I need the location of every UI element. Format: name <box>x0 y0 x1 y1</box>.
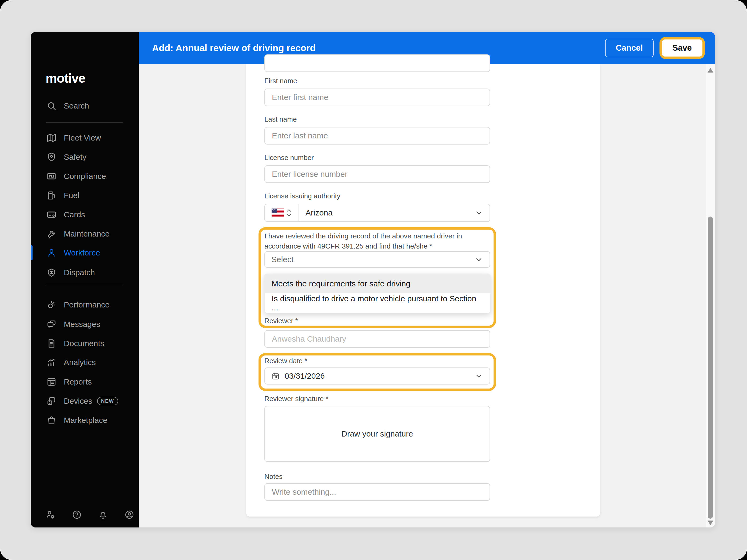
up-down-chevrons-icon <box>286 208 292 218</box>
device-icon <box>46 396 57 406</box>
search-icon <box>46 101 57 111</box>
review-date-picker[interactable]: 03/31/2026 <box>264 368 490 384</box>
user-gear-icon[interactable] <box>45 509 56 520</box>
page-title: Add: Annual review of driving record <box>152 43 605 53</box>
save-button[interactable]: Save <box>662 39 702 56</box>
sidebar-item-label: Messages <box>64 320 100 329</box>
motive-logo: motive <box>46 71 85 86</box>
user-circle-icon[interactable] <box>124 509 135 520</box>
sidebar-item-maintenance[interactable]: Maintenance <box>31 224 139 243</box>
sidebar-item-dispatch[interactable]: Dispatch <box>31 263 139 282</box>
sidebar-item-label: Workforce <box>64 248 100 257</box>
truncated-input[interactable] <box>264 54 490 72</box>
active-indicator <box>31 245 32 260</box>
scrollbar[interactable] <box>706 64 715 528</box>
credit-card-icon <box>46 209 57 220</box>
review-statement-label: I have reviewed the driving record of th… <box>264 231 481 251</box>
sidebar-item-label: Search <box>64 101 89 110</box>
chevron-down-icon <box>474 372 483 380</box>
table-icon <box>46 376 57 387</box>
sidebar-divider <box>46 284 123 284</box>
map-icon <box>46 133 57 143</box>
last-name-label: Last name <box>264 115 297 124</box>
last-name-input[interactable] <box>264 127 490 144</box>
first-name-input[interactable] <box>264 88 490 106</box>
review-statement-select[interactable]: Select <box>264 251 490 268</box>
sidebar-item-workforce[interactable]: Workforce <box>31 243 139 262</box>
sidebar-item-label: Marketplace <box>64 416 107 425</box>
app-window: motive Search Fleet View Safety Complian… <box>31 32 715 528</box>
screen-background: motive Search Fleet View Safety Complian… <box>0 0 747 560</box>
notes-input[interactable] <box>264 483 490 501</box>
option-disqualified[interactable]: Is disqualified to drive a motor vehicle… <box>265 293 490 313</box>
country-selector[interactable] <box>265 204 299 221</box>
sidebar-item-safety[interactable]: Safety <box>31 148 139 167</box>
sidebar-footer <box>45 509 135 520</box>
sidebar-item-fleet-view[interactable]: Fleet View <box>31 128 139 148</box>
form-scroll-area: First name Last name License number Lice… <box>139 64 706 528</box>
fuel-pump-icon <box>46 190 57 201</box>
wrench-icon <box>46 229 57 239</box>
sidebar-item-analytics[interactable]: Analytics <box>31 353 139 372</box>
license-authority-value: Arizona <box>306 208 474 217</box>
whistle-icon <box>46 299 57 310</box>
sidebar-item-label: Dispatch <box>64 268 95 277</box>
sidebar-item-label: Maintenance <box>64 229 110 238</box>
sidebar-item-label: Documents <box>64 339 104 348</box>
scroll-down-arrow[interactable] <box>707 521 713 525</box>
sidebar-item-search[interactable]: Search <box>31 96 139 115</box>
license-number-label: License number <box>264 154 314 162</box>
signature-placeholder: Draw your signature <box>341 429 413 438</box>
question-circle-icon[interactable] <box>72 509 82 520</box>
review-statement-options: Meets the requirements for safe driving … <box>264 274 491 313</box>
license-number-input[interactable] <box>264 165 490 183</box>
person-icon <box>46 247 57 258</box>
cancel-button[interactable]: Cancel <box>605 39 654 57</box>
us-flag-icon <box>272 209 284 217</box>
review-date-label: Review date * <box>264 357 307 365</box>
chevron-down-icon <box>474 255 483 264</box>
chat-bubbles-icon <box>46 319 57 329</box>
sidebar-item-label: Compliance <box>64 172 106 181</box>
sidebar-item-label: Fuel <box>64 191 79 200</box>
license-authority-label: License issuing authority <box>264 192 340 200</box>
sidebar-item-cards[interactable]: Cards <box>31 205 139 224</box>
sidebar-item-label: Performance <box>64 300 110 309</box>
sidebar-item-label: Analytics <box>64 358 96 367</box>
sidebar-item-label: Fleet View <box>64 133 101 142</box>
sidebar-divider <box>46 122 123 123</box>
sidebar-item-messages[interactable]: Messages <box>31 315 139 334</box>
sidebar: motive Search Fleet View Safety Complian… <box>31 32 139 528</box>
badge-icon <box>46 267 57 278</box>
select-placeholder: Select <box>271 255 474 264</box>
sidebar-item-label: Reports <box>64 377 92 386</box>
sidebar-item-documents[interactable]: Documents <box>31 334 139 353</box>
sidebar-item-label: Safety <box>64 153 86 162</box>
sidebar-item-fuel[interactable]: Fuel <box>31 186 139 205</box>
sidebar-item-devices[interactable]: Devices NEW <box>31 392 139 411</box>
document-icon <box>46 338 57 349</box>
reviewer-signature-label: Reviewer signature * <box>264 395 328 403</box>
notes-label: Notes <box>264 473 283 481</box>
reviewer-label: Reviewer * <box>264 317 298 325</box>
sidebar-item-compliance[interactable]: Compliance <box>31 167 139 186</box>
sidebar-item-label: Devices <box>64 397 92 406</box>
sidebar-item-performance[interactable]: Performance <box>31 295 139 314</box>
scroll-up-arrow[interactable] <box>707 68 713 73</box>
chevron-down-icon <box>474 209 483 217</box>
first-name-label: First name <box>264 77 297 85</box>
sidebar-item-marketplace[interactable]: Marketplace <box>31 411 139 430</box>
bell-icon[interactable] <box>98 509 108 520</box>
shield-icon <box>46 152 57 162</box>
new-badge: NEW <box>97 397 118 405</box>
calendar-icon <box>271 372 280 380</box>
option-meets-requirements[interactable]: Meets the requirements for safe driving <box>265 274 490 293</box>
license-authority-select[interactable]: Arizona <box>299 204 490 221</box>
form-card: First name Last name License number Lice… <box>246 64 600 517</box>
signature-pad[interactable]: Draw your signature <box>264 406 490 462</box>
reviewer-input[interactable] <box>264 330 490 348</box>
review-date-value: 03/31/2026 <box>285 371 474 380</box>
scrollbar-thumb[interactable] <box>708 216 713 519</box>
bar-chart-icon <box>46 357 57 368</box>
sidebar-item-reports[interactable]: Reports <box>31 372 139 392</box>
